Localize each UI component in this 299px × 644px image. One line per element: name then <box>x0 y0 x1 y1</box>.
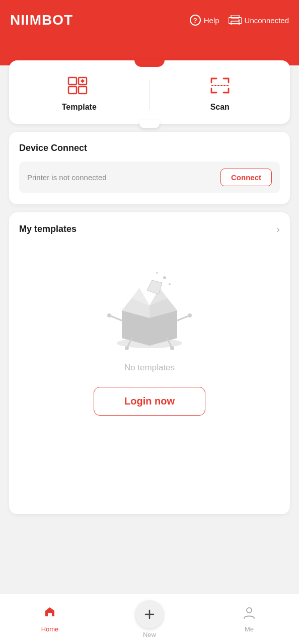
me-icon <box>242 605 256 623</box>
printer-status-text: Printer is not connected <box>27 173 107 182</box>
scan-tab-label: Scan <box>210 103 230 112</box>
svg-rect-6 <box>68 87 77 94</box>
printer-icon <box>229 15 242 25</box>
home-icon <box>43 605 57 623</box>
connect-button[interactable]: Connect <box>220 169 272 186</box>
no-templates-text: No templates <box>124 363 175 373</box>
device-connect-card: Device Connect Printer is not connected … <box>9 132 290 204</box>
templates-chevron-icon[interactable]: › <box>276 223 280 235</box>
template-tab-label: Template <box>62 103 97 112</box>
new-button[interactable] <box>135 600 164 628</box>
templates-header: My templates › <box>19 223 280 235</box>
empty-templates-state: No templates Login now <box>19 245 280 431</box>
new-nav-label: New <box>143 631 156 638</box>
device-connect-title: Device Connect <box>19 143 280 153</box>
bottom-navigation: Home New Me <box>0 594 299 644</box>
top-tabs-card: Template Scan <box>9 60 290 124</box>
home-nav-label: Home <box>41 625 59 633</box>
scan-icon <box>207 75 233 98</box>
svg-point-14 <box>188 313 192 317</box>
unconnected-label: Unconnected <box>245 16 289 25</box>
tab-scan[interactable]: Scan <box>150 70 290 119</box>
svg-rect-7 <box>79 87 87 94</box>
help-icon: ? <box>190 15 201 26</box>
templates-title: My templates <box>19 224 77 234</box>
empty-box-illustration <box>99 265 200 351</box>
svg-point-3 <box>238 20 240 21</box>
app-logo: NIIMBOT <box>10 12 73 28</box>
unconnected-button[interactable]: Unconnected <box>229 15 289 25</box>
template-icon <box>66 75 92 98</box>
svg-point-12 <box>169 283 171 285</box>
device-status-row: Printer is not connected Connect <box>19 162 280 193</box>
nav-item-me[interactable]: Me <box>199 605 299 633</box>
nav-item-home[interactable]: Home <box>0 605 100 633</box>
svg-rect-2 <box>231 21 239 25</box>
svg-point-13 <box>107 313 111 317</box>
svg-point-10 <box>163 276 166 279</box>
nav-item-new[interactable]: New <box>100 600 199 638</box>
login-now-button[interactable]: Login now <box>94 387 205 416</box>
main-content: Template Scan Device Connect Prin <box>0 60 299 514</box>
my-templates-card: My templates › <box>9 212 290 514</box>
svg-rect-4 <box>68 77 77 85</box>
svg-point-11 <box>156 272 158 274</box>
help-button[interactable]: ? Help <box>190 15 219 26</box>
app-header: NIIMBOT ? Help Unconnected <box>0 0 299 40</box>
header-actions: ? Help Unconnected <box>190 15 289 26</box>
help-label: Help <box>204 16 219 25</box>
tab-template[interactable]: Template <box>9 70 150 119</box>
svg-point-16 <box>170 346 174 350</box>
svg-point-20 <box>247 608 252 613</box>
me-nav-label: Me <box>245 625 254 633</box>
svg-point-15 <box>125 346 129 350</box>
svg-rect-17 <box>48 613 52 616</box>
